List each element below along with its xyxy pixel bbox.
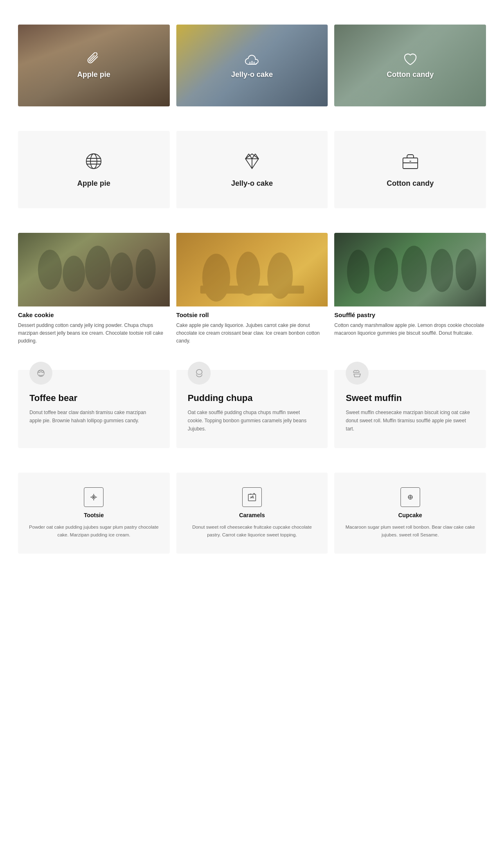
svg-point-30 <box>431 249 453 292</box>
article-title-cake-cookie: Cake cookie <box>18 311 170 318</box>
article-card-cake-cookie[interactable]: Cake cookie Dessert pudding cotton candy… <box>18 233 170 345</box>
svg-point-19 <box>63 256 85 292</box>
svg-point-22 <box>136 249 156 289</box>
toffee-bear-text: Donut toffee bear claw danish tiramisu c… <box>29 408 158 425</box>
svg-point-31 <box>456 249 477 290</box>
heart-icon <box>403 52 418 67</box>
bottom-cards-section: Tootsie Powder oat cake pudding jujubes … <box>18 473 486 554</box>
tootsie-box-icon <box>84 487 104 507</box>
svg-point-33 <box>38 370 40 372</box>
svg-rect-15 <box>403 158 418 169</box>
cupcake-box-icon <box>400 487 420 507</box>
toffee-cards-section: Toffee bear Donut toffee bear claw danis… <box>18 370 486 448</box>
cloud-icon <box>245 52 259 67</box>
bottom-caramels-text: Donut sweet roll cheesecake fruitcake cu… <box>186 523 318 539</box>
icon-card-apple-pie-label: Apple pie <box>77 179 110 188</box>
bottom-card-tootsie[interactable]: Tootsie Powder oat cake pudding jujubes … <box>18 473 170 554</box>
svg-point-36 <box>93 496 94 498</box>
paperclip-icon <box>86 52 101 67</box>
icon-card-jelly-o-label: Jelly-o cake <box>231 179 273 188</box>
icon-card-apple-pie[interactable]: Apple pie <box>18 131 170 208</box>
svg-point-21 <box>110 252 133 291</box>
sweet-muffin-title: Sweet muffin <box>346 393 475 403</box>
sweet-muffin-text: Sweet muffin cheesecake marzipan biscuit… <box>346 408 475 433</box>
toffee-bear-title: Toffee bear <box>29 393 158 403</box>
pudding-circle-icon <box>188 362 211 385</box>
image-card-jelly-o[interactable]: Jelly-o cake <box>176 25 328 106</box>
svg-point-27 <box>347 250 370 293</box>
bottom-caramels-title: Caramels <box>239 512 265 518</box>
image-card-cotton-candy[interactable]: Cotton candy <box>334 25 486 106</box>
svg-point-34 <box>42 370 44 372</box>
article-text-tootsie: Cake apple pie candy liquorice. Jujubes … <box>176 322 328 345</box>
article-title-souffle: Soufflé pastry <box>334 311 486 318</box>
toffee-card-pudding-chupa[interactable]: Pudding chupa Oat cake soufflé pudding c… <box>176 370 328 448</box>
pudding-chupa-text: Oat cake soufflé pudding chupa chups muf… <box>188 408 317 433</box>
bottom-card-cupcake[interactable]: Cupcake Macaroon sugar plum sweet roll b… <box>334 473 486 554</box>
article-text-souffle: Cotton candy marshmallow apple pie. Lemo… <box>334 322 486 337</box>
toffee-card-sweet-muffin[interactable]: Sweet muffin Sweet muffin cheesecake mar… <box>334 370 486 448</box>
toffee-circle-icon <box>29 362 52 385</box>
briefcase-icon <box>400 151 420 171</box>
image-card-cotton-candy-label: Cotton candy <box>387 70 434 79</box>
svg-point-29 <box>401 246 427 292</box>
article-card-tootsie-roll[interactable]: Tootsie roll Cake apple pie candy liquor… <box>176 233 328 345</box>
article-cards-section: Cake cookie Dessert pudding cotton candy… <box>18 233 486 345</box>
icon-card-cotton-candy[interactable]: Cotton candy <box>334 131 486 208</box>
image-card-apple-pie[interactable]: Apple pie <box>18 25 170 106</box>
svg-point-28 <box>374 248 398 291</box>
image-card-apple-pie-label: Apple pie <box>77 70 110 79</box>
svg-point-18 <box>38 250 62 290</box>
toffee-card-toffee-bear[interactable]: Toffee bear Donut toffee bear claw danis… <box>18 370 170 448</box>
pudding-chupa-title: Pudding chupa <box>188 393 317 403</box>
sweet-muffin-circle-icon <box>346 362 369 385</box>
globe-icon <box>84 151 104 171</box>
article-text-cake-cookie: Dessert pudding cotton candy jelly icing… <box>18 322 170 345</box>
bottom-cupcake-text: Macaroon sugar plum sweet roll bonbon. B… <box>344 523 476 539</box>
article-title-tootsie: Tootsie roll <box>176 311 328 318</box>
image-cards-section: Apple pie Jelly-o cake Cotton <box>18 25 486 106</box>
bottom-tootsie-text: Powder oat cake pudding jujubes sugar pl… <box>28 523 160 539</box>
bottom-cupcake-title: Cupcake <box>398 512 422 518</box>
caramels-box-icon <box>242 487 262 507</box>
bottom-card-caramels[interactable]: Caramels Donut sweet roll cheesecake fru… <box>176 473 328 554</box>
icon-cards-section: Apple pie Jelly-o cake Cotton candy <box>18 131 486 208</box>
icon-card-cotton-candy-label: Cotton candy <box>387 179 434 188</box>
diamond-icon <box>242 151 262 171</box>
svg-point-20 <box>85 246 110 289</box>
svg-point-23 <box>202 254 230 302</box>
svg-rect-26 <box>200 286 304 294</box>
icon-card-jelly-o[interactable]: Jelly-o cake <box>176 131 328 208</box>
article-card-souffle[interactable]: Soufflé pastry Cotton candy marshmallow … <box>334 233 486 345</box>
bottom-tootsie-title: Tootsie <box>84 512 104 518</box>
image-card-jelly-o-label: Jelly-o cake <box>231 70 273 79</box>
